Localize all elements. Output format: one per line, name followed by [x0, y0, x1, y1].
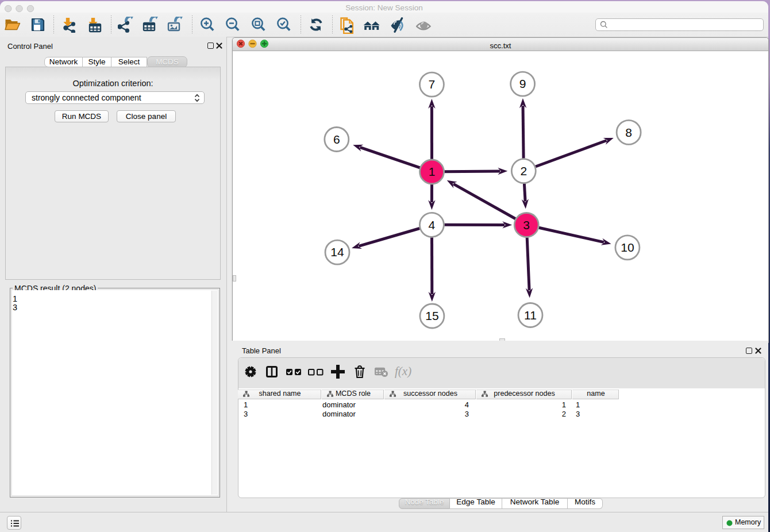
svg-text:2: 2	[520, 164, 527, 178]
svg-text:11: 11	[524, 309, 537, 322]
svg-text:15: 15	[425, 309, 438, 322]
svg-text:6: 6	[333, 133, 340, 146]
svg-text:4: 4	[429, 218, 436, 232]
svg-text:1: 1	[429, 165, 436, 178]
svg-text:9: 9	[519, 77, 526, 90]
svg-text:8: 8	[625, 126, 632, 139]
svg-text:7: 7	[429, 78, 436, 91]
svg-text:10: 10	[621, 241, 634, 254]
svg-text:14: 14	[330, 245, 344, 259]
svg-text:3: 3	[523, 218, 530, 232]
